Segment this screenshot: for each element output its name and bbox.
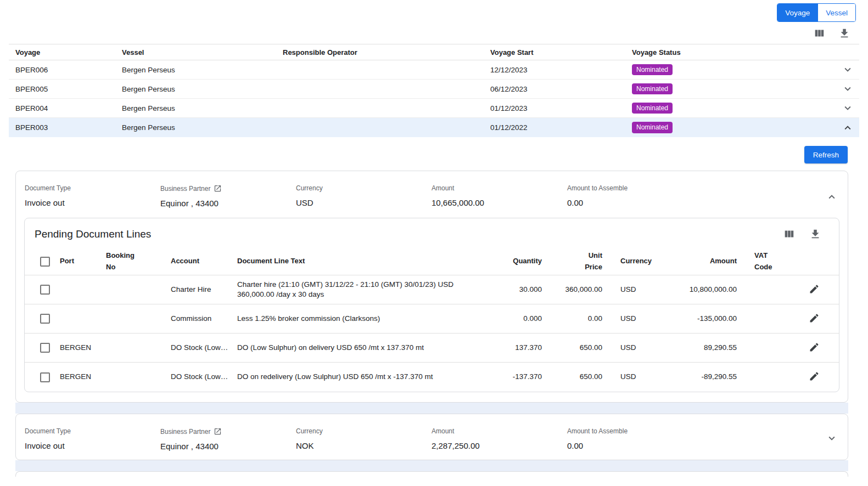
account-cell: Commission — [171, 314, 237, 324]
chevron-down-icon[interactable] — [842, 102, 854, 114]
document-line-row-do-delivery: BERGEN DO Stock (Low… DO (Low Sulphur) o… — [25, 334, 839, 363]
pending-lines-header: Pending Document Lines — [25, 218, 839, 248]
voyages-table-header: Voyage Vessel Responsible Operator Voyag… — [9, 44, 859, 60]
document-summary: Document Type Invoice out Business Partn… — [16, 171, 848, 216]
amount-cell: -135,000.00 — [660, 314, 737, 324]
chevron-down-icon[interactable] — [842, 64, 854, 76]
document-card-usd: Document Type Invoice out Business Partn… — [15, 171, 848, 403]
table-row-bper004[interactable]: BPER004 Bergen Perseus 01/12/2023 Nomina… — [9, 99, 859, 118]
voyage-toggle-button[interactable]: Voyage — [777, 4, 817, 21]
voyage-detail-panel: Refresh Document Type Invoice out Busine… — [0, 137, 868, 477]
chevron-up-icon[interactable] — [842, 122, 854, 134]
download-icon[interactable] — [809, 228, 821, 240]
card-separator — [15, 403, 848, 414]
table-row-bper006[interactable]: BPER006 Bergen Perseus 12/12/2023 Nomina… — [9, 60, 859, 80]
document-type-label: Document Type — [25, 427, 160, 435]
table-row-bper003-expanded[interactable]: BPER003 Bergen Perseus 01/12/2022 Nomina… — [9, 118, 859, 137]
row-checkbox[interactable] — [40, 314, 50, 324]
refresh-button[interactable]: Refresh — [804, 146, 848, 163]
columns-icon[interactable] — [783, 228, 795, 240]
top-bar: Voyage Vessel — [0, 0, 868, 22]
status-badge: Nominated — [632, 103, 673, 114]
table-row-bper005[interactable]: BPER005 Bergen Perseus 06/12/2023 Nomina… — [9, 80, 859, 99]
voyage-cell: BPER003 — [9, 123, 122, 132]
start-cell: 01/12/2022 — [490, 123, 632, 132]
download-icon[interactable] — [838, 27, 850, 39]
document-type-value: Invoice out — [25, 198, 160, 207]
vessel-toggle-button[interactable]: Vessel — [817, 4, 855, 21]
column-header-status: Voyage Status — [632, 48, 834, 56]
chevron-down-icon[interactable] — [842, 83, 854, 95]
column-header-amount: Amount — [660, 256, 737, 267]
port-cell: BERGEN — [60, 372, 106, 382]
pending-document-lines-card: Pending Document Lines Port Booking No A… — [24, 218, 839, 392]
document-card-partial — [15, 471, 848, 477]
columns-icon[interactable] — [813, 27, 825, 39]
currency-cell: USD — [620, 314, 660, 324]
account-cell: DO Stock (Low… — [171, 343, 237, 353]
business-partner-value: Equinor , 43400 — [160, 442, 296, 451]
column-header-quantity: Quantity — [494, 256, 542, 267]
status-badge: Nominated — [632, 122, 673, 133]
currency-label: Currency — [296, 427, 432, 435]
edit-pencil-icon[interactable] — [809, 284, 820, 296]
voyage-table-toolbar — [0, 22, 868, 44]
amount-to-assemble-field: Amount to Assemble 0.00 — [567, 184, 703, 207]
line-text-cell: Charter hire (21:10 (GMT) 31/12/22 - 21:… — [237, 280, 494, 299]
document-card-nok: Document Type Invoice out Business Partn… — [15, 414, 848, 460]
line-text-cell: DO on redelivery (Low Sulphur) USD 650 /… — [237, 372, 494, 382]
amount-value: 2,287,250.00 — [432, 441, 567, 450]
quantity-cell: 137.370 — [494, 343, 542, 353]
pending-lines-toolbar — [783, 228, 829, 240]
quantity-cell: 0.000 — [494, 314, 542, 324]
edit-pencil-icon[interactable] — [809, 313, 820, 325]
vessel-cell: Bergen Perseus — [122, 85, 283, 93]
view-toggle-group: Voyage Vessel — [777, 3, 856, 22]
unit-price-cell: 650.00 — [542, 343, 602, 353]
chevron-down-icon[interactable] — [826, 432, 838, 446]
port-cell: BERGEN — [60, 343, 106, 353]
quantity-cell: -137.370 — [494, 372, 542, 382]
document-line-row-charter-hire: Charter Hire Charter hire (21:10 (GMT) 3… — [25, 275, 839, 304]
edit-pencil-icon[interactable] — [809, 342, 820, 354]
document-type-field: Document Type Invoice out — [25, 184, 160, 207]
amount-label: Amount — [432, 184, 567, 192]
column-header-vat-code: VAT Code — [754, 250, 789, 272]
status-badge: Nominated — [632, 64, 673, 75]
voyages-table: Voyage Vessel Responsible Operator Voyag… — [9, 44, 859, 137]
row-checkbox[interactable] — [40, 343, 50, 353]
select-all-checkbox[interactable] — [40, 257, 50, 267]
currency-field: Currency USD — [296, 184, 432, 207]
amount-to-assemble-value: 0.00 — [567, 441, 703, 450]
currency-cell: USD — [620, 372, 660, 382]
vessel-cell: Bergen Perseus — [122, 123, 283, 132]
status-badge: Nominated — [632, 83, 673, 94]
document-type-field: Document Type Invoice out — [25, 427, 160, 450]
amount-to-assemble-label: Amount to Assemble — [567, 427, 703, 435]
start-cell: 01/12/2023 — [490, 104, 632, 112]
amount-value: 10,665,000.00 — [432, 198, 567, 207]
currency-label: Currency — [296, 184, 432, 192]
amount-cell: 10,800,000.00 — [660, 285, 737, 295]
document-summary: Document Type Invoice out Business Partn… — [16, 414, 848, 460]
column-header-voyage: Voyage — [9, 48, 122, 56]
voyage-cell: BPER005 — [9, 85, 122, 93]
open-in-new-icon[interactable] — [214, 427, 222, 436]
chevron-up-icon[interactable] — [826, 189, 838, 203]
business-partner-field: Business Partner Equinor , 43400 — [160, 184, 296, 208]
amount-to-assemble-field: Amount to Assemble 0.00 — [567, 427, 703, 450]
edit-pencil-icon[interactable] — [809, 371, 820, 383]
amount-to-assemble-value: 0.00 — [567, 198, 703, 207]
row-checkbox[interactable] — [40, 372, 50, 382]
business-partner-label: Business Partner — [160, 428, 210, 436]
row-checkbox[interactable] — [40, 285, 50, 295]
card-separator — [15, 460, 848, 471]
column-header-unit-price: Unit Price — [542, 250, 602, 272]
unit-price-cell: 0.00 — [542, 314, 602, 324]
unit-price-cell: 360,000.00 — [542, 285, 602, 295]
open-in-new-icon[interactable] — [214, 184, 222, 193]
document-line-row-commission: Commission Less 1.25% broker commission … — [25, 304, 839, 334]
column-header-start: Voyage Start — [490, 48, 632, 56]
pending-lines-title: Pending Document Lines — [35, 228, 151, 240]
vessel-cell: Bergen Perseus — [122, 104, 283, 112]
